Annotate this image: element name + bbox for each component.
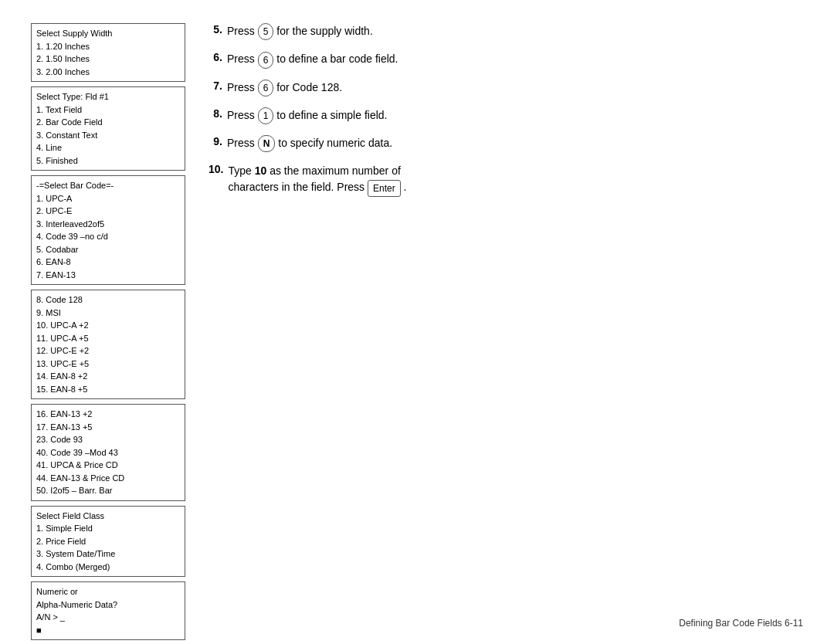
screen-line: A/N > _ [36,611,180,624]
screen-line: 5. Finished [36,154,180,168]
key-button[interactable]: 6 [258,80,274,97]
right-column: 5.Press 5 for the supply width.6.Press 6… [208,23,803,621]
footer: Defining Bar Code Fields 6-11 [679,618,803,629]
key-button[interactable]: N [258,135,276,152]
instruction-row-7: 7.Press 6 for Code 128. [208,80,803,97]
screen-line: Alpha-Numeric Data? [36,598,180,612]
screen-line: 41. UPCA & Price CD [36,459,180,472]
step-text: Press 5 for the supply width. [227,23,373,40]
screen-line: 44. EAN-13 & Price CD [36,472,180,485]
screen-line: 13. UPC-E +5 [36,358,180,371]
screen-line: 1. UPC-A [36,192,180,205]
step-number: 10. [208,163,223,175]
screen-line: 4. Line [36,141,180,154]
screen-line: Select Type: Fld #1 [36,90,180,103]
step-number: 6. [208,51,222,63]
screen-line: 8. Code 128 [36,293,180,307]
screen-line: 15. EAN-8 +5 [36,383,180,396]
screen-line: 3. Interleaved2of5 [36,218,180,231]
screen-line: 10. UPC-A +2 [36,319,180,332]
screen-box-numeric-alpha: Numeric orAlpha-Numeric Data? A/N > _ ■ [31,581,185,640]
screen-box-bar-code-cont2: 16. EAN-13 +217. EAN-13 +523. Code 9340.… [31,404,185,501]
screen-box-select-type: Select Type: Fld #11. Text Field2. Bar C… [31,86,185,171]
screen-box-select-bar-code: -=Select Bar Code=-1. UPC-A2. UPC-E3. In… [31,175,185,285]
screen-line: 5. Codabar [36,243,180,256]
footer-text: Defining Bar Code Fields [679,618,781,629]
screen-line: 3. Constant Text [36,129,180,142]
screen-line: 2. Price Field [36,535,180,548]
key-button[interactable]: 6 [258,52,274,69]
screen-line: 3. System Date/Time [36,547,180,561]
screen-line: 14. EAN-8 +2 [36,370,180,383]
screen-line: 7. EAN-13 [36,269,180,282]
instruction-row-5: 5.Press 5 for the supply width. [208,23,803,40]
screen-line: 1. Simple Field [36,522,180,535]
screen-line: 2. UPC-E [36,205,180,218]
instruction-row-9: 9.Press N to specify numeric data. [208,135,803,152]
step-text: Type 10 as the maximum number ofcharacte… [228,163,406,196]
left-column: Select Supply Width1. 1.20 Inches2. 1.50… [31,23,185,621]
screen-line: 1. Text Field [36,103,180,117]
screen-line: 4. Code 39 –no c/d [36,230,180,243]
screen-line: 1. 1.20 Inches [36,40,180,53]
screen-line: 3. 2.00 Inches [36,66,180,79]
step-text: Press 1 to define a simple field. [227,107,387,124]
step-text: Press 6 to define a bar code field. [227,51,398,68]
bold-text: 10 [255,164,267,177]
instruction-row-6: 6.Press 6 to define a bar code field. [208,51,803,68]
step-number: 9. [208,135,222,147]
step-text: Press 6 for Code 128. [227,80,342,97]
step-text: Press N to specify numeric data. [227,135,392,152]
screen-line: -=Select Bar Code=- [36,179,180,192]
screen-box-field-class: Select Field Class1. Simple Field2. Pric… [31,506,185,578]
step-number: 5. [208,23,222,36]
screen-line: 4. Combo (Merged) [36,561,180,574]
instruction-row-8: 8.Press 1 to define a simple field. [208,107,803,124]
key-button[interactable]: 1 [258,107,274,124]
screen-line: 2. Bar Code Field [36,116,180,129]
screen-line: Select Field Class [36,510,180,523]
screen-line: 50. I2of5 – Barr. Bar [36,484,180,497]
screen-line: 11. UPC-A +5 [36,332,180,345]
screen-line: 40. Code 39 –Mod 43 [36,446,180,459]
screen-box-supply-width: Select Supply Width1. 1.20 Inches2. 1.50… [31,23,185,82]
screen-line: 6. EAN-8 [36,256,180,269]
screen-line: Numeric or [36,585,180,598]
instruction-row-10: 10.Type 10 as the maximum number ofchara… [208,163,803,196]
screen-line: Select Supply Width [36,27,180,40]
screen-line: ■ [36,624,180,637]
screen-line: 12. UPC-E +2 [36,344,180,358]
step-number: 8. [208,107,222,120]
footer-page: 6-11 [785,618,803,629]
key-enter[interactable]: Enter [368,180,401,197]
page-content: Select Supply Width1. 1.20 Inches2. 1.50… [0,0,834,644]
screen-line: 23. Code 93 [36,433,180,446]
step-number: 7. [208,80,222,92]
screen-line: 16. EAN-13 +2 [36,408,180,421]
key-button[interactable]: 5 [258,23,274,40]
screen-box-bar-code-cont: 8. Code 128 9. MSI10. UPC-A +211. UPC-A … [31,290,185,399]
screen-line: 2. 1.50 Inches [36,53,180,66]
screen-line: 17. EAN-13 +5 [36,421,180,434]
screen-line: 9. MSI [36,307,180,320]
